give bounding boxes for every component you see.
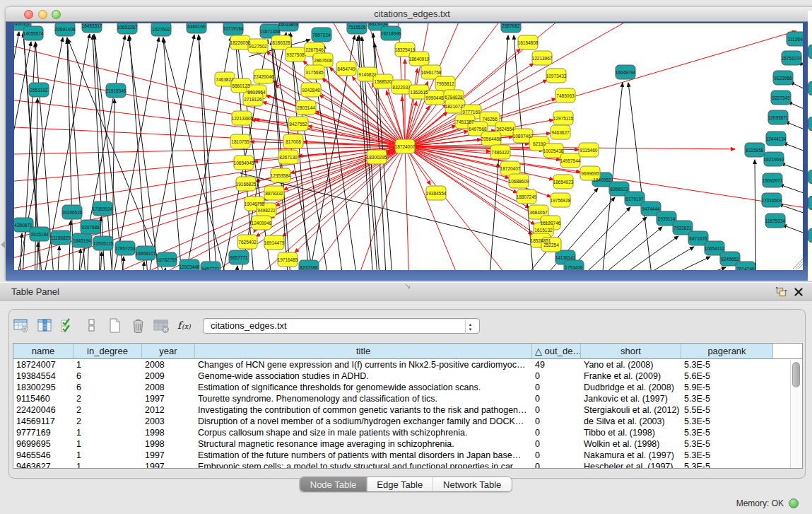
table-row[interactable]: 911546021997Tourette syndrome. Phenomeno… (13, 393, 802, 404)
minimize-traffic-light[interactable] (38, 10, 47, 19)
table-row[interactable]: 1938455462009Genome-wide association stu… (13, 370, 802, 382)
zoom-traffic-light[interactable] (52, 10, 61, 19)
column-header-title[interactable]: title (195, 344, 532, 359)
network-canvas[interactable]: 1872400724505571405557420691406184533171… (14, 23, 803, 270)
table-cell: 0 (532, 416, 581, 427)
background-node (808, 45, 812, 59)
table-cell: 1997 (142, 450, 195, 461)
network-view-frame: 1872400724505571405557420691406184533171… (6, 22, 812, 281)
rows-icon[interactable] (83, 317, 100, 334)
table-cell: Franke et al. (2009) (581, 370, 681, 382)
svg-text:9327508: 9327508 (286, 52, 305, 57)
close-traffic-light[interactable] (24, 10, 33, 19)
svg-text:18724007: 18724007 (395, 144, 416, 149)
column-header-in_degree[interactable]: in_degree (73, 344, 142, 359)
checklist-icon[interactable] (59, 317, 76, 334)
table-header-row[interactable]: namein_degreeyeartitle△ out_de…shortpage… (13, 344, 802, 359)
svg-text:10688609: 10688609 (509, 179, 529, 184)
scrollbar-thumb[interactable] (792, 362, 800, 387)
svg-text:9498222: 9498222 (257, 208, 276, 213)
table-gear-icon[interactable] (13, 317, 30, 334)
svg-text:4350671: 4350671 (14, 223, 33, 228)
table-row[interactable]: 2242004622012Investigating the contribut… (13, 404, 802, 416)
column-header-name[interactable]: name (13, 344, 73, 359)
svg-text:11675334: 11675334 (765, 218, 786, 223)
table-cell: 0 (532, 404, 581, 416)
tab-node-table[interactable]: Node Table (300, 477, 367, 491)
memory-status-icon (789, 498, 799, 508)
svg-text:9474444: 9474444 (642, 206, 660, 211)
svg-text:15751074: 15751074 (782, 56, 802, 61)
svg-text:6497568: 6497568 (469, 127, 487, 132)
table-cell: 5.3E-5 (681, 438, 773, 450)
svg-text:18640910: 18640910 (409, 57, 430, 62)
tab-edge-table[interactable]: Edge Table (367, 477, 433, 491)
table-cell: 1997 (142, 393, 195, 404)
svg-text:14957544: 14957544 (560, 158, 581, 163)
svg-text:8115958: 8115958 (746, 148, 764, 153)
window-titlebar[interactable]: citations_edges.txt (6, 7, 812, 22)
new-file-icon[interactable] (106, 317, 123, 334)
svg-text:20206526: 20206526 (62, 210, 83, 215)
table-row[interactable]: 1456911722003Disruption of a novel membe… (13, 416, 802, 427)
svg-text:18226058: 18226058 (230, 40, 251, 45)
column-header-year[interactable]: year (142, 344, 195, 359)
close-panel-icon[interactable] (794, 287, 804, 297)
table-row[interactable]: 1872400712008Changes of HCN gene express… (13, 359, 802, 370)
background-node (808, 81, 812, 95)
combo-value: citations_edges.txt (211, 320, 287, 331)
svg-text:12444134: 12444134 (766, 136, 787, 141)
svg-text:19716485: 19716485 (278, 257, 298, 262)
table-cell: 0 (532, 450, 581, 461)
table-body[interactable]: 1872400712008Changes of HCN gene express… (13, 359, 802, 469)
svg-text:12505115: 12505115 (93, 241, 114, 246)
svg-text:9245652: 9245652 (721, 257, 739, 262)
svg-text:9457771: 9457771 (201, 267, 220, 271)
table-tabs: Node TableEdge TableNetwork Table (300, 477, 512, 492)
svg-text:1640952: 1640952 (593, 177, 611, 182)
table-cell: 2 (73, 416, 142, 427)
panel-collapse-arrow-icon[interactable] (1, 241, 5, 248)
table-cell: 5.3E-5 (681, 427, 773, 438)
table-cell: 0 (532, 461, 581, 469)
vertical-scrollbar[interactable] (790, 360, 801, 468)
table-cell: Genome-wide association studies in ADHD. (195, 370, 532, 382)
table-cell: 0 (532, 382, 581, 393)
svg-text:9115460: 9115460 (580, 148, 598, 153)
svg-text:9297588: 9297588 (81, 225, 100, 230)
table-toolbar: f(x) (13, 315, 199, 335)
table-selector-combobox[interactable]: citations_edges.txt ▲▼ (203, 318, 480, 334)
svg-text:16648794: 16648794 (616, 70, 636, 75)
trash-icon[interactable] (129, 317, 146, 334)
svg-text:7857224: 7857224 (312, 33, 331, 37)
column-header-short[interactable]: short (581, 344, 681, 359)
svg-text:2687682: 2687682 (502, 23, 520, 28)
svg-text:16210643: 16210643 (764, 157, 784, 162)
svg-text:8232388: 8232388 (300, 265, 318, 270)
svg-text:1588520: 1588520 (374, 79, 392, 84)
svg-text:8471676: 8471676 (689, 236, 707, 241)
table-columns-icon[interactable] (36, 317, 53, 334)
table-row[interactable]: 969969511998Structural magnetic resonanc… (13, 438, 802, 450)
svg-text:10025438: 10025438 (543, 148, 564, 153)
svg-text:9777169: 9777169 (462, 110, 481, 115)
function-icon[interactable]: f(x) (176, 317, 193, 334)
svg-text:16154808: 16154808 (518, 40, 539, 45)
svg-text:12093871: 12093871 (768, 115, 789, 120)
node-table[interactable]: namein_degreeyeartitle△ out_de…shortpage… (13, 343, 803, 469)
svg-text:3684067: 3684067 (529, 210, 548, 215)
svg-text:8958923: 8958923 (610, 187, 628, 192)
column-header-pagerank[interactable]: pagerank (681, 344, 773, 359)
svg-text:16120746: 16120746 (541, 221, 561, 226)
column-header-out_de[interactable]: △ out_de… (532, 344, 581, 359)
table-row[interactable]: 1830029562008Estimation of significance … (13, 382, 802, 393)
table-row[interactable]: 946554611997Estimation of the future num… (13, 450, 802, 461)
table-delete-icon[interactable] (153, 317, 170, 334)
float-window-icon[interactable] (776, 287, 787, 297)
table-row[interactable]: 946362711997Embryonic stem cells: a mode… (13, 461, 802, 469)
svg-text:12353584: 12353584 (271, 173, 291, 178)
tab-network-table[interactable]: Network Table (433, 477, 511, 491)
svg-text:8878332: 8878332 (265, 191, 283, 196)
svg-text:10973433: 10973433 (546, 74, 567, 78)
table-row[interactable]: 977716911998Corpus callosum shape and si… (13, 427, 802, 438)
